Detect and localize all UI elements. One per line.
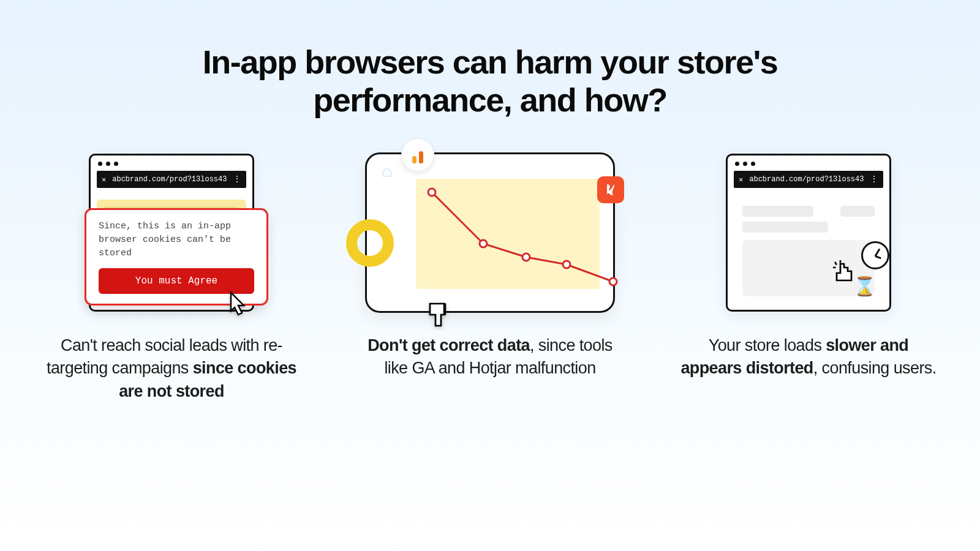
tooltip-message: Since, this is an in-app browser cookies…: [99, 220, 254, 260]
analytics-card: [365, 152, 615, 313]
donut-shape: [346, 219, 394, 267]
columns-row: ✕ abcbrand.com/prod?13loss43 ⋮ Since, th…: [0, 147, 980, 403]
home-icon: [382, 167, 393, 178]
illustration-cookies: ✕ abcbrand.com/prod?13loss43 ⋮ Since, th…: [89, 147, 254, 318]
skeleton-bar: [742, 206, 813, 217]
window-controls: [91, 156, 252, 171]
svg-point-1: [480, 240, 487, 247]
kebab-menu-icon: ⋮: [233, 178, 241, 181]
close-icon: ✕: [739, 175, 743, 184]
address-url: abcbrand.com/prod?13loss43: [749, 175, 864, 184]
address-bar: ✕ abcbrand.com/prod?13loss43 ⋮: [734, 171, 883, 188]
cursor-icon: [222, 289, 251, 318]
caption-cookies: Can't reach social leads with re-targeti…: [40, 334, 303, 403]
hourglass-icon: ⌛: [853, 276, 876, 297]
col-cookies: ✕ abcbrand.com/prod?13loss43 ⋮ Since, th…: [40, 147, 303, 403]
address-bar: ✕ abcbrand.com/prod?13loss43 ⋮: [97, 171, 246, 188]
svg-point-3: [563, 261, 570, 268]
svg-point-0: [428, 189, 435, 196]
col-analytics: Don't get correct data, since tools like…: [358, 147, 622, 403]
clock-icon: [861, 241, 889, 269]
browser-window: ✕ abcbrand.com/prod?13loss43 ⋮ ⌛: [726, 154, 891, 312]
address-url: abcbrand.com/prod?13loss43: [112, 175, 227, 184]
google-analytics-icon: [401, 138, 434, 171]
window-controls: [728, 156, 889, 171]
page-title: In-app browsers can harm your store's pe…: [153, 0, 827, 119]
caption-text: , confusing users.: [813, 359, 937, 377]
caption-text: Your store loads: [709, 336, 826, 354]
caption-analytics: Don't get correct data, since tools like…: [358, 334, 622, 380]
thumbs-down-icon: [424, 300, 454, 329]
kebab-menu-icon: ⋮: [870, 178, 878, 181]
caption-slow: Your store loads slower and appears dist…: [677, 334, 940, 380]
caption-bold: Don't get correct data: [368, 336, 530, 354]
svg-point-2: [522, 253, 530, 261]
svg-point-4: [609, 278, 617, 285]
illustration-slow: ✕ abcbrand.com/prod?13loss43 ⋮ ⌛: [726, 147, 891, 318]
illustration-analytics: [365, 147, 615, 318]
browser-window: ✕ abcbrand.com/prod?13loss43 ⋮ Since, th…: [89, 154, 254, 312]
skeleton-bar: [840, 206, 875, 217]
close-icon: ✕: [102, 175, 106, 184]
col-slow: ✕ abcbrand.com/prod?13loss43 ⋮ ⌛: [677, 147, 940, 403]
declining-line-chart: [412, 179, 620, 301]
skeleton-bar: [742, 222, 828, 233]
